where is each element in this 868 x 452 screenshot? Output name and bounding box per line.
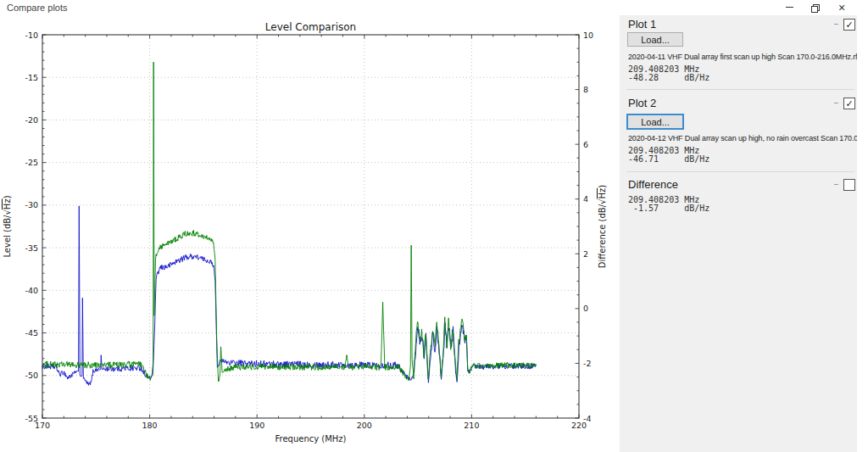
- svg-text:200: 200: [357, 421, 372, 430]
- svg-text:-35: -35: [25, 243, 38, 253]
- svg-text:-10: -10: [25, 31, 38, 40]
- plot2-checkbox[interactable]: [843, 98, 855, 109]
- minimize-button[interactable]: [778, 0, 800, 14]
- section-separator: [626, 171, 854, 172]
- difference-checkbox[interactable]: [843, 179, 855, 191]
- svg-text:8: 8: [583, 85, 588, 94]
- series-1: [42, 206, 536, 386]
- svg-text:-20: -20: [25, 115, 38, 125]
- svg-text:Level (dB/√Hz): Level (dB/√Hz): [3, 195, 12, 257]
- svg-text:190: 190: [249, 421, 264, 430]
- difference-heading: Difference: [628, 178, 678, 191]
- minimize-icon: [786, 7, 793, 8]
- section-separator: [626, 89, 854, 90]
- svg-text:4: 4: [583, 194, 588, 204]
- svg-text:-30: -30: [25, 200, 38, 209]
- svg-text:180: 180: [142, 421, 158, 430]
- svg-text:-55: -55: [25, 414, 38, 423]
- svg-text:Level Comparison: Level Comparison: [265, 21, 356, 33]
- level-comparison-chart: 170180190200210220-55-50-45-40-35-30-25-…: [0, 17, 620, 452]
- svg-text:0: 0: [583, 304, 588, 313]
- svg-text:-50: -50: [25, 371, 38, 380]
- svg-text:210: 210: [464, 421, 479, 430]
- plot2-grip: [834, 103, 838, 103]
- svg-text:-15: -15: [25, 73, 38, 82]
- svg-text:-2: -2: [583, 359, 591, 368]
- close-button[interactable]: ×: [831, 0, 853, 14]
- plot2-marker-level: -46.71 dB/Hz: [628, 154, 709, 164]
- svg-text:Frequency (MHz): Frequency (MHz): [275, 434, 346, 444]
- difference-marker-level: -1.57 dB/Hz: [628, 204, 709, 213]
- series-2: [42, 62, 536, 382]
- control-panel: Plot 1 Load... 2020-04-11 VHF Dual array…: [620, 15, 857, 452]
- svg-text:2: 2: [583, 249, 588, 259]
- svg-text:6: 6: [583, 140, 588, 149]
- plot2-filename: 2020-04-12 VHF Dual array scan up high, …: [628, 134, 857, 142]
- plot1-grip: [834, 24, 838, 25]
- svg-text:10: 10: [583, 31, 593, 40]
- plot2-heading: Plot 2: [628, 97, 656, 109]
- plot1-load-button[interactable]: Load...: [627, 32, 683, 47]
- window-title: Compare plots: [7, 3, 68, 13]
- chart-canvas: 170180190200210220-55-50-45-40-35-30-25-…: [0, 17, 620, 452]
- svg-text:-45: -45: [25, 328, 38, 338]
- restore-button[interactable]: [804, 0, 826, 14]
- svg-text:-4: -4: [583, 414, 591, 423]
- svg-text:-40: -40: [25, 286, 38, 295]
- difference-grip: [834, 184, 838, 185]
- titlebar: Compare plots ×: [0, 0, 868, 15]
- svg-text:-25: -25: [25, 158, 38, 167]
- plot2-load-button[interactable]: Load...: [626, 114, 684, 130]
- restore-icon: [811, 4, 818, 11]
- svg-text:Difference (dB/√Hz): Difference (dB/√Hz): [598, 185, 607, 268]
- plot1-heading: Plot 1: [628, 18, 656, 31]
- plot1-marker-level: -48.28 dB/Hz: [628, 73, 709, 82]
- plot1-checkbox[interactable]: [843, 19, 855, 31]
- plot1-filename: 2020-04-11 VHF Dual array first scan up …: [628, 53, 857, 61]
